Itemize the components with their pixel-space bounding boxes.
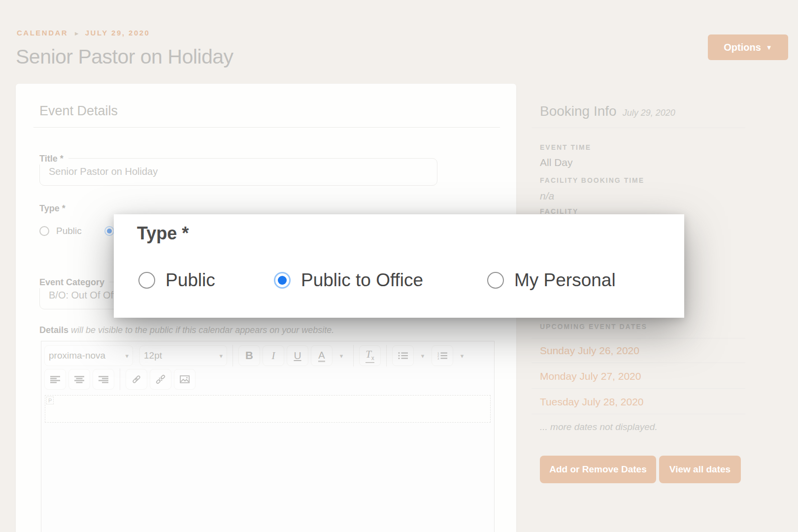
popup-type-label: Type * [137,223,189,244]
radio-label: My Personal [514,270,616,291]
radio-circle-icon [138,272,155,289]
type-magnifier-popup: Type * Public Public to Office My Person… [114,214,684,318]
popup-radio-my-personal[interactable]: My Personal [487,270,616,291]
radio-circle-icon [274,272,291,289]
popup-radio-public[interactable]: Public [138,270,215,291]
popup-radio-public-to-office[interactable]: Public to Office [274,270,423,291]
radio-label: Public [166,270,215,291]
radio-circle-icon [487,272,504,289]
radio-label: Public to Office [301,270,423,291]
